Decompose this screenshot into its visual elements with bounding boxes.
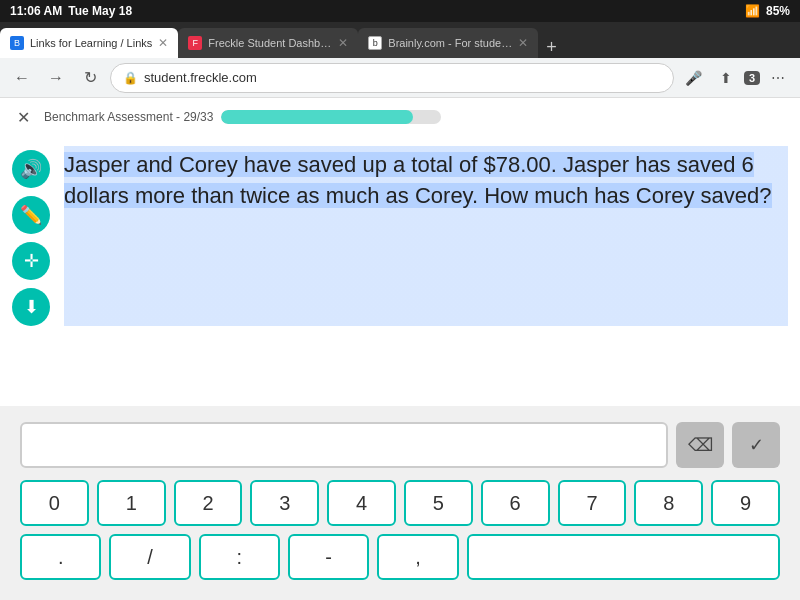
tabs-container: B Links for Learning / Links ✕ F Freckle… xyxy=(0,22,800,58)
download-button[interactable]: ⬇ xyxy=(12,288,50,326)
key-comma[interactable]: , xyxy=(377,534,458,580)
pencil-button[interactable]: ✏️ xyxy=(12,196,50,234)
key-dot[interactable]: . xyxy=(20,534,101,580)
microphone-button[interactable]: 🎤 xyxy=(680,64,708,92)
status-left: 11:06 AM Tue May 18 xyxy=(10,4,132,18)
assessment-bar: ✕ Benchmark Assessment - 29/33 xyxy=(0,98,800,136)
key-5[interactable]: 5 xyxy=(404,480,473,526)
key-7[interactable]: 7 xyxy=(558,480,627,526)
browser-tabs-bar: B Links for Learning / Links ✕ F Freckle… xyxy=(0,22,800,58)
answer-area: ⌫ ✓ 0 1 2 3 4 5 6 7 8 9 . / : - , xyxy=(0,406,800,600)
tab-favicon-3: b xyxy=(368,36,382,50)
tab-close-2[interactable]: ✕ xyxy=(338,36,348,50)
key-8[interactable]: 8 xyxy=(634,480,703,526)
url-text: student.freckle.com xyxy=(144,70,257,85)
wifi-icon: 📶 xyxy=(745,4,760,18)
answer-input[interactable] xyxy=(20,422,668,468)
tab-count-badge[interactable]: 3 xyxy=(744,71,760,85)
tab-favicon-2: F xyxy=(188,36,202,50)
tab-close-1[interactable]: ✕ xyxy=(158,36,168,50)
tab-links-for-learning[interactable]: B Links for Learning / Links ✕ xyxy=(0,28,178,58)
status-bar: 11:06 AM Tue May 18 📶 85% xyxy=(0,0,800,22)
forward-button[interactable]: → xyxy=(42,64,70,92)
key-0[interactable]: 0 xyxy=(20,480,89,526)
progress-bar-background xyxy=(221,110,441,124)
lock-icon: 🔒 xyxy=(123,71,138,85)
key-1[interactable]: 1 xyxy=(97,480,166,526)
key-2[interactable]: 2 xyxy=(174,480,243,526)
backspace-button[interactable]: ⌫ xyxy=(676,422,724,468)
key-minus[interactable]: - xyxy=(288,534,369,580)
url-field[interactable]: 🔒 student.freckle.com xyxy=(110,63,674,93)
answer-input-row: ⌫ ✓ xyxy=(20,422,780,468)
speaker-button[interactable]: 🔊 xyxy=(12,150,50,188)
move-button[interactable]: ✛ xyxy=(12,242,50,280)
key-6[interactable]: 6 xyxy=(481,480,550,526)
address-bar: ← → ↻ 🔒 student.freckle.com 🎤 ⬆ 3 ⋯ xyxy=(0,58,800,98)
tab-freckle[interactable]: F Freckle Student Dashbo... ✕ xyxy=(178,28,358,58)
question-text: Jasper and Corey have saved up a total o… xyxy=(64,146,788,326)
confirm-button[interactable]: ✓ xyxy=(732,422,780,468)
more-button[interactable]: ⋯ xyxy=(764,64,792,92)
share-button[interactable]: ⬆ xyxy=(712,64,740,92)
back-button[interactable]: ← xyxy=(8,64,36,92)
new-tab-button[interactable]: + xyxy=(538,37,565,58)
tab-label-1: Links for Learning / Links xyxy=(30,37,152,49)
key-colon[interactable]: : xyxy=(199,534,280,580)
key-slash[interactable]: / xyxy=(109,534,190,580)
reload-button[interactable]: ↻ xyxy=(76,64,104,92)
time-display: 11:06 AM xyxy=(10,4,62,18)
key-3[interactable]: 3 xyxy=(250,480,319,526)
sidebar-tools: 🔊 ✏️ ✛ ⬇ xyxy=(12,146,50,326)
key-4[interactable]: 4 xyxy=(327,480,396,526)
tab-favicon-1: B xyxy=(10,36,24,50)
tab-label-3: Brainly.com - For studen... xyxy=(388,37,512,49)
question-area: 🔊 ✏️ ✛ ⬇ Jasper and Corey have saved up … xyxy=(0,136,800,336)
page-content: ✕ Benchmark Assessment - 29/33 🔊 ✏️ ✛ ⬇ … xyxy=(0,98,800,600)
progress-container: Benchmark Assessment - 29/33 xyxy=(44,110,441,124)
digit-keypad-row: 0 1 2 3 4 5 6 7 8 9 xyxy=(20,480,780,526)
tab-label-2: Freckle Student Dashbo... xyxy=(208,37,332,49)
key-space[interactable] xyxy=(467,534,780,580)
progress-bar-fill xyxy=(221,110,412,124)
key-9[interactable]: 9 xyxy=(711,480,780,526)
assessment-label: Benchmark Assessment - 29/33 xyxy=(44,110,213,124)
tab-close-3[interactable]: ✕ xyxy=(518,36,528,50)
status-right: 📶 85% xyxy=(745,4,790,18)
special-keypad-row: . / : - , xyxy=(20,534,780,580)
close-assessment-button[interactable]: ✕ xyxy=(12,106,34,128)
date-display: Tue May 18 xyxy=(68,4,132,18)
battery-display: 85% xyxy=(766,4,790,18)
question-text-highlighted: Jasper and Corey have saved up a total o… xyxy=(64,152,772,208)
tab-brainly[interactable]: b Brainly.com - For studen... ✕ xyxy=(358,28,538,58)
address-actions: 🎤 ⬆ 3 ⋯ xyxy=(680,64,792,92)
